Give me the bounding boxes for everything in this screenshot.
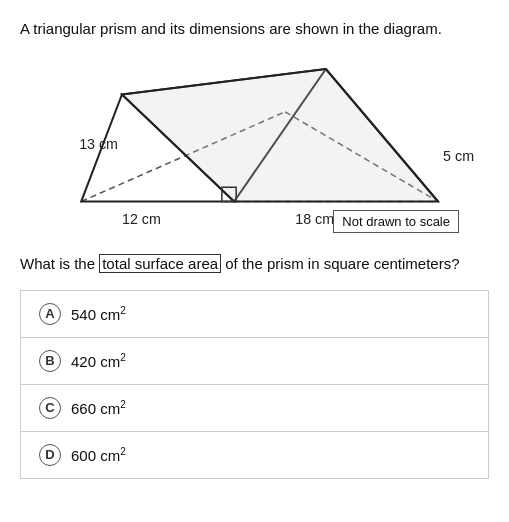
- intro-text: A triangular prism and its dimensions ar…: [20, 18, 489, 39]
- option-item-b[interactable]: B420 cm2: [20, 337, 489, 384]
- option-value-b: 420 cm2: [71, 352, 126, 370]
- svg-text:13 cm: 13 cm: [79, 136, 118, 152]
- diagram-area: 13 cm 12 cm 18 cm 5 cm Not drawn to scal…: [20, 53, 489, 243]
- option-letter-c: C: [39, 397, 61, 419]
- question-text: What is the total surface area of the pr…: [20, 253, 489, 276]
- svg-marker-7: [122, 69, 438, 202]
- svg-text:12 cm: 12 cm: [122, 211, 161, 227]
- option-letter-b: B: [39, 350, 61, 372]
- option-item-a[interactable]: A540 cm2: [20, 290, 489, 337]
- not-to-scale-label: Not drawn to scale: [333, 210, 459, 233]
- question-highlight: total surface area: [99, 254, 221, 273]
- question-after: of the prism in square centimeters?: [221, 255, 459, 272]
- question-before: What is the: [20, 255, 99, 272]
- svg-text:5 cm: 5 cm: [443, 148, 474, 164]
- svg-text:18 cm: 18 cm: [295, 211, 334, 227]
- option-item-c[interactable]: C660 cm2: [20, 384, 489, 431]
- option-value-a: 540 cm2: [71, 305, 126, 323]
- options-list: A540 cm2B420 cm2C660 cm2D600 cm2: [20, 290, 489, 479]
- option-value-d: 600 cm2: [71, 446, 126, 464]
- option-value-c: 660 cm2: [71, 399, 126, 417]
- option-letter-a: A: [39, 303, 61, 325]
- option-letter-d: D: [39, 444, 61, 466]
- option-item-d[interactable]: D600 cm2: [20, 431, 489, 479]
